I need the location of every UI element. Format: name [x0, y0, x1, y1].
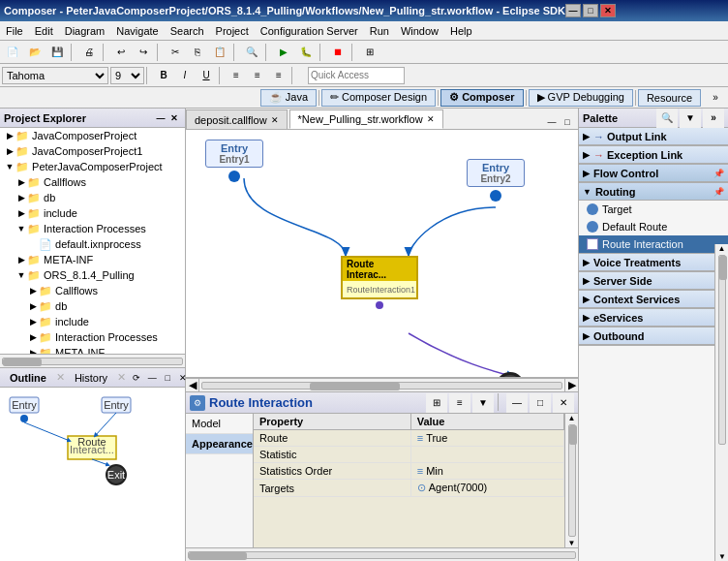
- persp-menu-button[interactable]: »: [705, 88, 726, 108]
- search-button[interactable]: 🔍: [241, 43, 262, 62]
- titlebar-controls[interactable]: — □ ✕: [565, 4, 616, 17]
- quick-access-input[interactable]: [308, 67, 405, 84]
- props-tab-appearance[interactable]: Appearance: [186, 434, 253, 454]
- palette-expand-btn[interactable]: »: [703, 109, 724, 128]
- tree-item-interaction-processes[interactable]: ▼ 📁 Interaction Processes: [0, 221, 185, 236]
- palette-vscroll[interactable]: ▲ ▼: [714, 244, 728, 561]
- menu-project[interactable]: Project: [210, 23, 255, 39]
- route-interaction-node[interactable]: Route Interac... RouteInteraction1: [341, 256, 418, 309]
- palette-group-eservices-header[interactable]: ▶ eServices: [579, 309, 728, 327]
- scroll-right-btn[interactable]: ▶: [564, 379, 578, 392]
- align-left-button[interactable]: ≡: [226, 66, 247, 85]
- tree-item-db[interactable]: ▶ 📁 db: [0, 190, 185, 205]
- palette-item-default-route[interactable]: Default Route: [579, 218, 728, 235]
- persp-java-button[interactable]: ☕ Java: [260, 89, 317, 107]
- palette-scroll-track[interactable]: [718, 255, 726, 445]
- expand-button[interactable]: ⊞: [359, 43, 380, 62]
- tree-item-meta-inf[interactable]: ▶ 📁 META-INF: [0, 252, 185, 267]
- props-btn2[interactable]: ≡: [449, 393, 470, 413]
- stop-button[interactable]: ⏹: [327, 43, 349, 62]
- maximize-button[interactable]: □: [583, 4, 598, 17]
- tree-item-peter-java[interactable]: ▼ 📁 PeterJavaComposerProject: [0, 159, 185, 174]
- props-tab-model[interactable]: Model: [186, 414, 253, 434]
- print-button[interactable]: 🖨: [78, 43, 100, 62]
- history-tab[interactable]: History: [69, 372, 113, 384]
- editor-minimize-btn[interactable]: —: [545, 115, 559, 129]
- menu-configuration-server[interactable]: Configuration Server: [255, 23, 364, 39]
- menu-window[interactable]: Window: [395, 23, 444, 39]
- tree-item-ors-include[interactable]: ▶ 📁 include: [0, 314, 185, 329]
- tree-item-ors-db[interactable]: ▶ 📁 db: [0, 298, 185, 314]
- debug-button[interactable]: 🐛: [295, 43, 317, 62]
- palette-flow-pin[interactable]: 📌: [713, 169, 724, 178]
- persp-resource-button[interactable]: Resource: [638, 89, 701, 107]
- outline-maximize-btn[interactable]: □: [161, 371, 174, 385]
- outline-tab[interactable]: Outline: [4, 372, 52, 384]
- project-explorer-hscroll[interactable]: [0, 354, 185, 367]
- tree-item-ors-interaction-processes[interactable]: ▶ 📁 Interaction Processes: [0, 329, 185, 345]
- font-family-select[interactable]: Tahoma: [2, 67, 108, 84]
- palette-group-routing-header[interactable]: ▼ Routing 📌: [579, 183, 728, 201]
- redo-button[interactable]: ↪: [133, 43, 154, 62]
- tree-item-java-composer-project1[interactable]: ▶ 📁 JavaComposerProject1: [0, 143, 185, 159]
- props-row-targets[interactable]: Targets ⊙Agent(7000): [254, 480, 564, 497]
- run-button[interactable]: ▶: [273, 43, 294, 62]
- palette-menu-btn[interactable]: ▼: [680, 109, 701, 128]
- tree-item-java-composer-project[interactable]: ▶ 📁 JavaComposerProject: [0, 128, 185, 143]
- props-close[interactable]: ✕: [553, 393, 574, 413]
- props-row-statistic[interactable]: Statistic: [254, 447, 564, 463]
- tree-item-ors-meta[interactable]: ▶ 📁 META-INF: [0, 345, 185, 354]
- new-button[interactable]: 📄: [2, 43, 23, 62]
- tree-item-include[interactable]: ▶ 📁 include: [0, 205, 185, 221]
- menu-search[interactable]: Search: [165, 23, 210, 39]
- editor-tab-deposit[interactable]: deposit.callflow ✕: [186, 109, 288, 129]
- menu-diagram[interactable]: Diagram: [59, 23, 111, 39]
- props-minimize[interactable]: —: [506, 393, 528, 413]
- outline-minimize-btn[interactable]: —: [145, 371, 159, 385]
- project-explorer-scroll-track[interactable]: [2, 358, 183, 365]
- props-scroll-up[interactable]: ▲: [568, 414, 576, 422]
- entry1-node[interactable]: Entry Entry1: [205, 140, 263, 182]
- props-maximize[interactable]: □: [530, 393, 551, 413]
- bold-button[interactable]: B: [153, 66, 174, 85]
- align-right-button[interactable]: ≡: [268, 66, 289, 85]
- editor-tab-workflow[interactable]: *New_Pulling_str.workflow ✕: [289, 109, 443, 129]
- underline-button[interactable]: U: [196, 66, 217, 85]
- menu-run[interactable]: Run: [364, 23, 395, 39]
- workflow-scroll-track[interactable]: [201, 382, 562, 390]
- persp-gvp-button[interactable]: ▶ GVP Debugging: [529, 89, 633, 107]
- props-hscroll[interactable]: [186, 547, 578, 561]
- props-row-route[interactable]: Route ≡True: [254, 430, 564, 447]
- font-size-select[interactable]: 9: [110, 67, 144, 84]
- menu-navigate[interactable]: Navigate: [110, 23, 164, 39]
- palette-scroll-down[interactable]: ▼: [715, 552, 728, 561]
- palette-group-server-side-header[interactable]: ▶ Server Side: [579, 272, 728, 290]
- palette-group-outbound-header[interactable]: ▶ Outbound: [579, 327, 728, 345]
- editor-maximize-btn[interactable]: □: [561, 115, 574, 129]
- palette-group-exception-link-header[interactable]: ▶ → Exception Link: [579, 146, 728, 164]
- palette-group-context-services-header[interactable]: ▶ Context Services: [579, 291, 728, 308]
- minimize-button[interactable]: —: [565, 4, 581, 17]
- props-vscroll[interactable]: ▲ ▼: [564, 414, 578, 547]
- copy-button[interactable]: ⎘: [187, 43, 208, 62]
- props-row-stats-order[interactable]: Statistics Order ≡Min: [254, 463, 564, 480]
- save-button[interactable]: 💾: [46, 43, 68, 62]
- palette-item-target[interactable]: Target: [579, 201, 728, 218]
- italic-button[interactable]: I: [174, 66, 196, 85]
- persp-composer-button[interactable]: ⚙ Composer: [440, 89, 523, 107]
- palette-routing-pin[interactable]: 📌: [713, 187, 724, 197]
- entry2-node[interactable]: Entry Entry2: [467, 159, 525, 202]
- tree-item-ors-callflows[interactable]: ▶ 📁 Callflows: [0, 283, 185, 298]
- close-button[interactable]: ✕: [600, 4, 616, 17]
- props-btn3[interactable]: ▼: [472, 393, 494, 413]
- workflow-canvas[interactable]: Entry Entry1 Entry Entry2 Route Interac.…: [186, 130, 578, 378]
- cut-button[interactable]: ✂: [165, 43, 186, 62]
- props-hscroll-track[interactable]: [188, 551, 576, 559]
- outline-sync-btn[interactable]: ⟳: [130, 371, 143, 385]
- palette-group-voice-treatments-header[interactable]: ▶ Voice Treatments: [579, 254, 728, 271]
- menu-help[interactable]: Help: [444, 23, 478, 39]
- palette-group-output-link-header[interactable]: ▶ → Output Link: [579, 128, 728, 145]
- workflow-hscroll[interactable]: ◀ ▶: [186, 378, 578, 391]
- palette-group-flow-control-header[interactable]: ▶ Flow Control 📌: [579, 165, 728, 182]
- palette-item-route-interaction[interactable]: Route Interaction: [579, 235, 728, 253]
